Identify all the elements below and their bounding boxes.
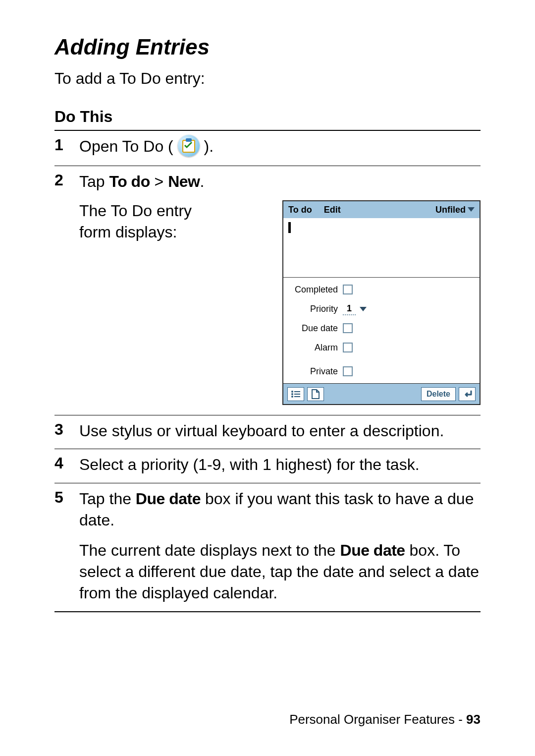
- do-this-header: Do This: [54, 108, 481, 131]
- checkbox-private[interactable]: [343, 366, 353, 376]
- menu-todo[interactable]: To do: [288, 204, 312, 216]
- step2-description: The To Do entry form displays:: [79, 200, 208, 408]
- field-priority: Priority 1: [288, 302, 475, 315]
- intro-text: To add a To Do entry:: [54, 69, 481, 88]
- field-due-date: Due date: [288, 322, 475, 334]
- footer-sep: -: [455, 712, 466, 727]
- new-note-button[interactable]: [307, 387, 324, 401]
- label-due-date: Due date: [288, 322, 343, 334]
- label-alarm: Alarm: [288, 342, 343, 353]
- step-number: 2: [54, 171, 79, 189]
- svg-rect-1: [186, 138, 192, 142]
- step5-p2a: The current date displays next to the: [79, 541, 340, 559]
- step-row-3: 3 Use stylus or virtual keyboard to ente…: [54, 415, 481, 449]
- svg-rect-3: [294, 391, 300, 392]
- field-completed: Completed: [288, 284, 475, 295]
- step5-due-date-bold: Due date: [136, 490, 201, 508]
- step-body: Tap To do > New. The To Do entry form di…: [79, 171, 481, 408]
- step-number: 1: [54, 136, 79, 154]
- label-priority: Priority: [288, 303, 343, 315]
- text-cursor: [288, 222, 291, 233]
- step1-pre: Open To Do (: [79, 137, 178, 155]
- step2-menu-todo: To do: [109, 173, 150, 190]
- step-row-5: 5 Tap the Due date box if you want this …: [54, 483, 481, 612]
- footer-section: Personal Organiser Features: [289, 712, 455, 727]
- step-number: 5: [54, 488, 79, 507]
- step2-tap: Tap: [79, 173, 109, 190]
- chevron-down-icon: [468, 207, 475, 212]
- step-row-4: 4 Select a priority (1-9, with 1 highest…: [54, 449, 481, 483]
- step2-sep: >: [150, 173, 168, 190]
- field-alarm: Alarm: [288, 342, 475, 353]
- label-private: Private: [288, 365, 343, 377]
- checkbox-alarm[interactable]: [343, 343, 353, 352]
- step-body: Open To Do ( ).: [79, 136, 481, 159]
- delete-button[interactable]: Delete: [421, 387, 456, 401]
- svg-point-4: [291, 393, 293, 395]
- menu-edit[interactable]: Edit: [324, 204, 341, 216]
- step-row-1: 1 Open To Do ( ).: [54, 131, 481, 166]
- step-body: Use stylus or virtual keyboard to enter …: [79, 420, 481, 442]
- checkbox-completed[interactable]: [343, 285, 353, 294]
- form-titlebar: To do Edit Unfiled: [283, 201, 480, 218]
- step5-p1a: Tap the: [79, 490, 136, 508]
- category-selector[interactable]: Unfiled: [435, 204, 475, 216]
- step-body: Tap the Due date box if you want this ta…: [79, 488, 481, 604]
- page-footer: Personal Organiser Features - 93: [289, 712, 481, 727]
- label-completed: Completed: [288, 284, 343, 295]
- step-number: 3: [54, 420, 79, 439]
- svg-rect-7: [294, 396, 300, 397]
- step2-menu-new: New: [168, 173, 200, 190]
- step-row-2: 2 Tap To do > New. The To Do entry form …: [54, 166, 481, 416]
- step5-due-date-bold-2: Due date: [340, 541, 405, 559]
- chevron-down-icon[interactable]: [360, 307, 367, 311]
- page-number: 93: [466, 712, 481, 727]
- step1-post: ).: [204, 137, 214, 155]
- list-view-button[interactable]: [287, 387, 304, 401]
- return-button[interactable]: [459, 387, 476, 401]
- category-label: Unfiled: [435, 204, 466, 216]
- checkbox-due-date[interactable]: [343, 323, 353, 333]
- description-input[interactable]: [283, 218, 480, 278]
- todo-app-icon: [178, 135, 200, 157]
- form-toolbar: Delete: [283, 383, 480, 404]
- step-number: 4: [54, 454, 79, 472]
- field-private: Private: [288, 365, 475, 377]
- svg-point-2: [291, 391, 293, 393]
- svg-point-6: [291, 396, 293, 398]
- todo-entry-form: To do Edit Unfiled Completed: [282, 200, 481, 405]
- priority-value[interactable]: 1: [343, 302, 356, 315]
- step-body: Select a priority (1-9, with 1 highest) …: [79, 454, 481, 475]
- form-fields: Completed Priority 1 Due date: [283, 278, 480, 383]
- step2-dot: .: [200, 173, 204, 190]
- section-title: Adding Entries: [54, 35, 481, 59]
- svg-rect-5: [294, 394, 300, 395]
